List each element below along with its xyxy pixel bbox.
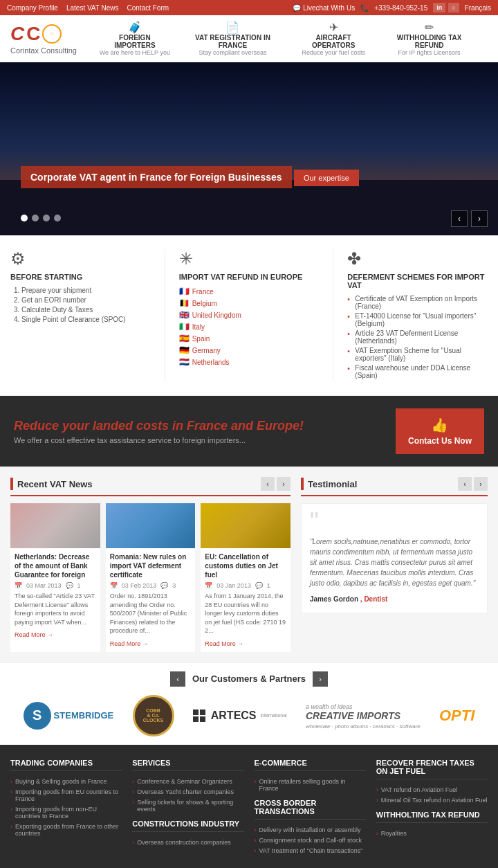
germany-link[interactable]: Germany [192,347,221,354]
thumbs-up-icon: 👍 [431,417,448,433]
hero-dot-2[interactable] [32,215,39,221]
calendar-icon: 📅 [205,582,212,589]
hero-next-button[interactable]: › [471,210,488,227]
arrow-icon: › [255,847,257,854]
list-item: ›Delivery with installation or assembly [255,826,366,833]
artecs-sub: international [261,713,287,718]
plane-icon: ✈ [295,21,372,34]
language-selector[interactable]: Français [465,4,491,12]
cta-subtext: We offer a cost effective tax assistance… [14,436,304,444]
footer-link[interactable]: Consignment stock and Call-off stock [259,837,362,844]
logo[interactable]: CC○ Corintax Consulting [10,23,86,55]
footer-link[interactable]: Buying & Selling goods in France [15,778,107,785]
hero-dot-3[interactable] [43,215,50,221]
livechat[interactable]: 💬 Livechat With Us [293,4,355,12]
hero-prev-button[interactable]: ‹ [451,210,468,227]
news-prev-button[interactable]: ‹ [261,477,275,491]
france-link[interactable]: France [192,288,214,296]
news-body: Netherlands: Decrease of the amount of B… [10,548,100,643]
testimonial-prev-button[interactable]: ‹ [458,477,472,491]
bullet-text: Fiscal warehouse under DDA License (Spai… [355,364,488,379]
partners-logos: S STEMBRIDGE COBB& Co.CLOCKS ARTECS inte… [10,695,488,736]
nav-vat-registration[interactable]: 📄 VAT REGISTRATION IN FRANCE Stay compli… [176,21,290,56]
rss-icon[interactable]: ○ [448,3,459,12]
footer-link[interactable]: Conference & Seminar Organizers [137,778,232,785]
red-bar-accent [10,478,13,490]
footer-link[interactable]: Delivery with installation or assembly [259,826,361,833]
footer-link[interactable]: Importing goods from non-EU countries to… [15,806,122,820]
partner-stembridge[interactable]: S STEMBRIDGE [24,702,114,730]
footer-link[interactable]: Online retailers selling goods in France [259,778,366,792]
testimonial-role-text: Dentist [364,595,387,603]
phone-icon: 📞 [360,4,369,12]
hero-cta-button[interactable]: Our expertise [294,170,359,186]
news-image-1 [10,503,100,548]
feature-before-starting: ⚙ BEFORE STARTING Prepare your shipment … [10,249,151,381]
read-more-link[interactable]: Read More → [110,640,149,647]
list-item: ›Selling tickets for shows & sporting ev… [132,799,243,813]
partner-artecs[interactable]: ARTECS international [193,709,287,722]
spain-flag: 🇪🇸 [179,334,190,343]
artecs-name: ARTECS [211,709,257,722]
news-meta: 📅 03 Jan 2013 💬 1 [205,582,286,589]
linkedin-icon[interactable]: in [433,3,445,12]
contact-form-link[interactable]: Contact Form [127,4,169,12]
hero-dot-4[interactable] [54,215,61,221]
footer-link[interactable]: Importing goods from EU countries to Fra… [15,788,122,802]
latest-vat-news-link[interactable]: Latest VAT News [66,4,119,12]
netherlands-link[interactable]: Netherlands [192,359,230,366]
feature-title: IMPORT VAT REFUND IN EUROPE [179,273,320,281]
news-excerpt: As from 1 January 2014, the 28 EU countr… [205,592,286,635]
belgium-link[interactable]: Belgium [192,300,217,307]
footer-link[interactable]: Royalties [381,830,407,837]
read-more-link[interactable]: Read More → [15,631,53,638]
list-item: ›Consignment stock and Call-off stock [255,837,366,844]
footer-col-taxes: RECOVER FRENCH TAXES ON JET FUEL ›VAT re… [376,759,488,858]
nav-foreign-importers[interactable]: 🧳 FOREIGN IMPORTERS We are here to HELP … [93,21,176,56]
hero-dot-1[interactable] [21,215,28,221]
footer-link[interactable]: Selling tickets for shows & sporting eve… [137,799,243,813]
footer-link[interactable]: Mineral Oil Tax refund on Aviation Fuel [381,797,488,804]
news-excerpt: Order no. 1891/2013 amending the Order n… [110,592,192,635]
livechat-icon: 💬 [293,4,301,12]
partners-prev-button[interactable]: ‹ [170,671,185,687]
nav-aircraft-operators[interactable]: ✈ AIRCRAFT OPERATORS Reduce your fuel co… [289,21,378,56]
cta-headline: Reduce your landed costs in France and E… [14,419,304,433]
partner-cobb[interactable]: COBB& Co.CLOCKS [133,695,174,736]
footer-link[interactable]: Overseas construction companies [137,839,231,846]
company-profile-link[interactable]: Company Profile [7,4,58,12]
footer-link[interactable]: Overseas Yacht charter companies [137,788,234,795]
footer-col-title: RECOVER FRENCH TAXES ON JET FUEL [376,759,488,779]
list-item: ›VAT refund on Aviation Fuel [376,786,488,793]
read-more-link[interactable]: Read More → [205,640,243,647]
cta-button[interactable]: 👍 Contact Us Now [396,408,484,454]
news-card: EU: Cancellation of customs duties on Je… [201,503,290,652]
italy-link[interactable]: Italy [192,323,205,331]
spain-link[interactable]: Spain [192,335,210,343]
footer-link[interactable]: VAT refund on Aviation Fuel [381,786,457,793]
suitcase-icon: 🧳 [99,21,171,34]
list-item: Single Point of Clearance (SPOC) [21,316,151,323]
testimonial-next-button[interactable]: › [474,477,488,491]
footer-link[interactable]: Exporting goods from France to other cou… [15,823,122,837]
arrow-icon: › [132,788,134,795]
news-article-title[interactable]: EU: Cancellation of customs duties on Je… [205,552,286,579]
news-section: Recent VAT News ‹ › Netherlands: Decreas… [10,477,290,652]
red-bar-accent [301,478,304,490]
arrow-icon: › [132,839,134,846]
calendar-icon: 📅 [110,582,118,589]
uk-link[interactable]: United Kingdom [192,311,241,319]
partner-creative[interactable]: a wealth of ideas CREATIVE IMPORTS whole… [306,702,421,730]
partners-next-button[interactable]: › [313,671,328,687]
news-article-title[interactable]: Netherlands: Decrease of the amount of B… [15,552,96,579]
news-header: Recent VAT News ‹ › [10,477,290,496]
bullet-text: Article 23 VAT Deferment License (Nether… [355,329,488,345]
nav-withholding-tax[interactable]: ✏ WITHHOLDING TAX REFUND For IP rights L… [378,21,481,56]
footer-link[interactable]: VAT treatment of "Chain transactions" [259,847,363,854]
gear-icon: ⚙ [10,249,151,269]
news-article-title[interactable]: Romania: New rules on import VAT deferme… [110,552,192,579]
netherlands-flag: 🇳🇱 [179,357,190,367]
footer-col-ecommerce: E-COMMERCE ›Online retailers selling goo… [255,759,366,858]
partner-opti[interactable]: OPTI [439,707,474,725]
news-next-button[interactable]: › [277,477,290,491]
